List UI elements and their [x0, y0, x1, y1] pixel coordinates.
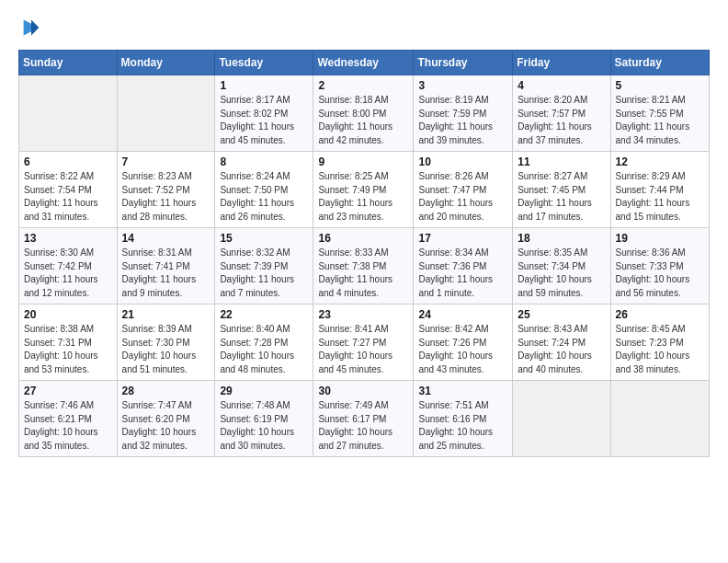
col-saturday: Saturday [610, 51, 709, 75]
cell-5-6 [513, 381, 610, 457]
cell-3-3: 15Sunrise: 8:32 AM Sunset: 7:39 PM Dayli… [215, 228, 313, 304]
day-info: Sunrise: 8:36 AM Sunset: 7:33 PM Dayligh… [616, 247, 704, 300]
week-row-2: 6Sunrise: 8:22 AM Sunset: 7:54 PM Daylig… [19, 152, 710, 228]
day-info: Sunrise: 8:18 AM Sunset: 8:00 PM Dayligh… [318, 94, 408, 147]
cell-2-7: 12Sunrise: 8:29 AM Sunset: 7:44 PM Dayli… [610, 152, 709, 228]
day-info: Sunrise: 8:32 AM Sunset: 7:39 PM Dayligh… [220, 247, 308, 300]
cell-2-4: 9Sunrise: 8:25 AM Sunset: 7:49 PM Daylig… [313, 152, 414, 228]
col-thursday: Thursday [414, 51, 513, 75]
cell-4-7: 26Sunrise: 8:45 AM Sunset: 7:23 PM Dayli… [610, 304, 709, 381]
col-sunday: Sunday [19, 51, 118, 75]
cell-4-4: 23Sunrise: 8:41 AM Sunset: 7:27 PM Dayli… [313, 304, 414, 381]
day-info: Sunrise: 7:49 AM Sunset: 6:17 PM Dayligh… [318, 399, 408, 453]
day-info: Sunrise: 8:45 AM Sunset: 7:23 PM Dayligh… [616, 323, 704, 376]
day-number: 11 [518, 155, 605, 168]
day-info: Sunrise: 8:21 AM Sunset: 7:55 PM Dayligh… [616, 94, 704, 147]
header-row: Sunday Monday Tuesday Wednesday Thursday… [19, 51, 710, 75]
day-number: 24 [418, 308, 507, 321]
header [18, 15, 710, 40]
cell-4-5: 24Sunrise: 8:42 AM Sunset: 7:26 PM Dayli… [414, 304, 513, 381]
cell-1-4: 2Sunrise: 8:18 AM Sunset: 8:00 PM Daylig… [313, 75, 414, 152]
cell-3-2: 14Sunrise: 8:31 AM Sunset: 7:41 PM Dayli… [117, 228, 215, 304]
day-number: 15 [220, 232, 308, 245]
day-number: 25 [518, 308, 605, 321]
week-row-5: 27Sunrise: 7:46 AM Sunset: 6:21 PM Dayli… [19, 381, 710, 457]
day-number: 23 [318, 308, 408, 321]
cell-5-5: 31Sunrise: 7:51 AM Sunset: 6:16 PM Dayli… [414, 381, 513, 457]
day-info: Sunrise: 8:19 AM Sunset: 7:59 PM Dayligh… [418, 94, 507, 147]
cell-4-3: 22Sunrise: 8:40 AM Sunset: 7:28 PM Dayli… [215, 304, 313, 381]
cell-3-7: 19Sunrise: 8:36 AM Sunset: 7:33 PM Dayli… [610, 228, 709, 304]
cell-4-1: 20Sunrise: 8:38 AM Sunset: 7:31 PM Dayli… [19, 304, 118, 381]
day-info: Sunrise: 8:27 AM Sunset: 7:45 PM Dayligh… [518, 170, 605, 224]
day-number: 30 [318, 385, 408, 397]
day-number: 7 [122, 155, 210, 168]
cell-4-2: 21Sunrise: 8:39 AM Sunset: 7:30 PM Dayli… [117, 304, 215, 381]
day-number: 26 [616, 308, 704, 321]
cell-5-2: 28Sunrise: 7:47 AM Sunset: 6:20 PM Dayli… [117, 381, 215, 457]
day-info: Sunrise: 8:17 AM Sunset: 8:02 PM Dayligh… [220, 94, 308, 147]
col-tuesday: Tuesday [215, 51, 313, 75]
cell-4-6: 25Sunrise: 8:43 AM Sunset: 7:24 PM Dayli… [513, 304, 610, 381]
cell-5-4: 30Sunrise: 7:49 AM Sunset: 6:17 PM Dayli… [313, 381, 414, 457]
day-number: 3 [418, 79, 507, 92]
day-info: Sunrise: 7:51 AM Sunset: 6:16 PM Dayligh… [418, 399, 507, 453]
cell-3-1: 13Sunrise: 8:30 AM Sunset: 7:42 PM Dayli… [19, 228, 118, 304]
day-info: Sunrise: 8:39 AM Sunset: 7:30 PM Dayligh… [122, 323, 210, 376]
col-wednesday: Wednesday [313, 51, 414, 75]
cell-3-5: 17Sunrise: 8:34 AM Sunset: 7:36 PM Dayli… [414, 228, 513, 304]
day-info: Sunrise: 8:22 AM Sunset: 7:54 PM Dayligh… [24, 170, 112, 224]
day-number: 8 [220, 155, 308, 168]
day-number: 6 [24, 155, 112, 168]
col-monday: Monday [117, 51, 215, 75]
day-info: Sunrise: 8:23 AM Sunset: 7:52 PM Dayligh… [122, 170, 210, 224]
day-info: Sunrise: 7:46 AM Sunset: 6:21 PM Dayligh… [24, 399, 112, 453]
day-number: 31 [418, 385, 507, 397]
day-number: 27 [24, 385, 112, 397]
day-info: Sunrise: 8:30 AM Sunset: 7:42 PM Dayligh… [24, 247, 112, 300]
day-info: Sunrise: 8:38 AM Sunset: 7:31 PM Dayligh… [24, 323, 112, 376]
cell-5-1: 27Sunrise: 7:46 AM Sunset: 6:21 PM Dayli… [19, 381, 118, 457]
logo [18, 15, 48, 40]
cell-2-2: 7Sunrise: 8:23 AM Sunset: 7:52 PM Daylig… [117, 152, 215, 228]
cell-2-5: 10Sunrise: 8:26 AM Sunset: 7:47 PM Dayli… [414, 152, 513, 228]
cell-1-2 [117, 75, 215, 152]
day-number: 16 [318, 232, 408, 245]
cell-1-3: 1Sunrise: 8:17 AM Sunset: 8:02 PM Daylig… [215, 75, 313, 152]
week-row-1: 1Sunrise: 8:17 AM Sunset: 8:02 PM Daylig… [19, 75, 710, 152]
day-number: 1 [220, 79, 308, 92]
cell-2-1: 6Sunrise: 8:22 AM Sunset: 7:54 PM Daylig… [19, 152, 118, 228]
day-number: 17 [418, 232, 507, 245]
calendar-header: Sunday Monday Tuesday Wednesday Thursday… [19, 51, 710, 75]
cell-3-6: 18Sunrise: 8:35 AM Sunset: 7:34 PM Dayli… [513, 228, 610, 304]
day-info: Sunrise: 8:35 AM Sunset: 7:34 PM Dayligh… [518, 247, 605, 300]
day-number: 13 [24, 232, 112, 245]
day-number: 4 [518, 79, 605, 92]
day-number: 18 [518, 232, 605, 245]
day-info: Sunrise: 8:20 AM Sunset: 7:57 PM Dayligh… [518, 94, 605, 147]
day-number: 14 [122, 232, 210, 245]
day-number: 22 [220, 308, 308, 321]
page: Sunday Monday Tuesday Wednesday Thursday… [0, 0, 728, 563]
day-number: 5 [616, 79, 704, 92]
cell-2-3: 8Sunrise: 8:24 AM Sunset: 7:50 PM Daylig… [215, 152, 313, 228]
cell-1-7: 5Sunrise: 8:21 AM Sunset: 7:55 PM Daylig… [610, 75, 709, 152]
day-number: 21 [122, 308, 210, 321]
cell-5-3: 29Sunrise: 7:48 AM Sunset: 6:19 PM Dayli… [215, 381, 313, 457]
day-info: Sunrise: 8:31 AM Sunset: 7:41 PM Dayligh… [122, 247, 210, 300]
day-info: Sunrise: 8:43 AM Sunset: 7:24 PM Dayligh… [518, 323, 605, 376]
calendar: Sunday Monday Tuesday Wednesday Thursday… [18, 50, 710, 457]
day-info: Sunrise: 8:26 AM Sunset: 7:47 PM Dayligh… [418, 170, 507, 224]
day-info: Sunrise: 8:25 AM Sunset: 7:49 PM Dayligh… [318, 170, 408, 224]
day-info: Sunrise: 8:42 AM Sunset: 7:26 PM Dayligh… [418, 323, 507, 376]
cell-3-4: 16Sunrise: 8:33 AM Sunset: 7:38 PM Dayli… [313, 228, 414, 304]
day-info: Sunrise: 7:48 AM Sunset: 6:19 PM Dayligh… [220, 399, 308, 453]
day-info: Sunrise: 8:24 AM Sunset: 7:50 PM Dayligh… [220, 170, 308, 224]
cell-5-7 [610, 381, 709, 457]
cell-1-6: 4Sunrise: 8:20 AM Sunset: 7:57 PM Daylig… [513, 75, 610, 152]
calendar-body: 1Sunrise: 8:17 AM Sunset: 8:02 PM Daylig… [19, 75, 710, 457]
day-number: 19 [616, 232, 704, 245]
day-number: 28 [122, 385, 210, 397]
svg-marker-2 [31, 20, 39, 36]
cell-1-5: 3Sunrise: 8:19 AM Sunset: 7:59 PM Daylig… [414, 75, 513, 152]
